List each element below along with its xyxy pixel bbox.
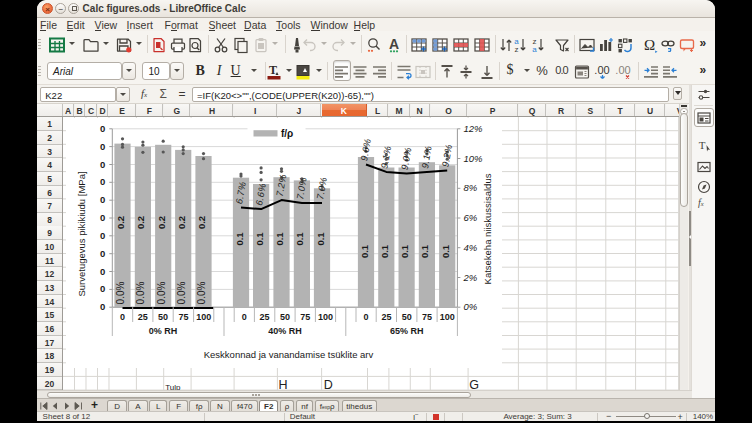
svg-text:0.1: 0.1 xyxy=(254,232,265,246)
svg-text:0.2: 0.2 xyxy=(156,216,167,229)
svg-text:0: 0 xyxy=(100,230,105,241)
svg-text:0: 0 xyxy=(100,159,105,170)
svg-text:0.2: 0.2 xyxy=(176,216,187,229)
svg-text:Katsekeha niiskussisaldus: Katsekeha niiskussisaldus xyxy=(481,173,492,284)
svg-text:6%: 6% xyxy=(463,212,477,223)
svg-text:4%: 4% xyxy=(463,242,477,253)
svg-text:0.1: 0.1 xyxy=(358,244,369,258)
svg-text:100: 100 xyxy=(318,312,333,322)
svg-text:0.1: 0.1 xyxy=(314,232,325,246)
svg-text:Ω: Ω xyxy=(644,37,655,53)
svg-text:Keskkonnad ja vanandamise tsük: Keskkonnad ja vanandamise tsüklite arv xyxy=(204,349,374,360)
svg-text:100: 100 xyxy=(196,312,211,322)
svg-text:65% RH: 65% RH xyxy=(390,326,424,336)
svg-text:0: 0 xyxy=(100,212,105,223)
svg-text:0: 0 xyxy=(364,312,369,322)
svg-text:0.0%: 0.0% xyxy=(156,281,167,304)
svg-text:0.1: 0.1 xyxy=(399,244,410,258)
svg-text:0.2: 0.2 xyxy=(135,216,146,229)
svg-text:0.1: 0.1 xyxy=(419,244,430,258)
svg-text:100: 100 xyxy=(440,312,455,322)
svg-text:2%: 2% xyxy=(462,272,477,283)
svg-text:75: 75 xyxy=(300,312,310,322)
svg-text:75: 75 xyxy=(178,312,188,322)
svg-text:A: A xyxy=(389,36,399,52)
svg-text:25: 25 xyxy=(260,312,270,322)
svg-text:0: 0 xyxy=(120,312,125,322)
svg-text:0.1: 0.1 xyxy=(379,244,390,258)
svg-text:f/ρ: f/ρ xyxy=(281,128,293,139)
svg-text:25: 25 xyxy=(381,312,391,322)
svg-text:25: 25 xyxy=(138,312,148,322)
svg-text:.00: .00 xyxy=(616,63,631,75)
svg-text:0.0%: 0.0% xyxy=(196,281,207,304)
svg-text:50: 50 xyxy=(158,312,168,322)
svg-text:0: 0 xyxy=(100,266,105,277)
svg-text:0: 0 xyxy=(100,283,105,294)
svg-text:.00: .00 xyxy=(594,63,609,75)
svg-text:0%: 0% xyxy=(463,301,477,312)
svg-text:T: T xyxy=(699,139,706,151)
svg-text:0.1: 0.1 xyxy=(440,244,451,258)
svg-text:0: 0 xyxy=(242,312,247,322)
svg-text:50: 50 xyxy=(280,312,290,322)
svg-text:75: 75 xyxy=(422,312,432,322)
svg-text:0: 0 xyxy=(100,141,105,152)
svg-text:z: z xyxy=(515,44,519,53)
svg-text:0: 0 xyxy=(100,123,105,134)
svg-text:0.2: 0.2 xyxy=(196,216,207,229)
svg-text:0% RH: 0% RH xyxy=(149,326,178,336)
svg-text:8%: 8% xyxy=(463,182,477,193)
svg-text:0.1: 0.1 xyxy=(233,232,244,246)
svg-text:Survetugevus pikikiudu [MPa]: Survetugevus pikikiudu [MPa] xyxy=(76,171,87,296)
svg-text:40% RH: 40% RH xyxy=(268,326,302,336)
svg-text:0: 0 xyxy=(100,301,105,312)
svg-text:12%: 12% xyxy=(463,123,483,134)
svg-text:0: 0 xyxy=(100,248,105,259)
svg-text:0.0%: 0.0% xyxy=(135,281,146,304)
svg-text:50: 50 xyxy=(402,312,412,322)
svg-text:0.0%: 0.0% xyxy=(115,281,126,304)
svg-text:0.1: 0.1 xyxy=(294,232,305,246)
svg-text:0: 0 xyxy=(100,176,105,187)
svg-text:0: 0 xyxy=(100,194,105,205)
svg-text:0.0%: 0.0% xyxy=(176,281,187,304)
svg-text:0.1: 0.1 xyxy=(274,232,285,246)
svg-text:a: a xyxy=(533,44,538,53)
svg-text:0.2: 0.2 xyxy=(115,216,126,229)
svg-text:10%: 10% xyxy=(463,153,483,164)
